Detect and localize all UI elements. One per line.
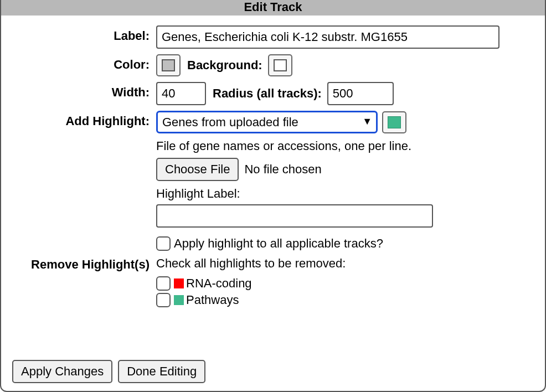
label-background: Background: — [187, 58, 262, 73]
apply-changes-button[interactable]: Apply Changes — [12, 360, 112, 383]
highlight-list: RNA-codingPathways — [156, 274, 534, 307]
highlight-remove-checkbox[interactable] — [156, 293, 171, 307]
highlight-color-swatch — [174, 278, 184, 288]
form-area: Label: Color: Background: — [12, 25, 534, 355]
label-radius: Radius (all tracks): — [213, 86, 322, 101]
choose-file-button[interactable]: Choose File — [156, 158, 239, 181]
highlight-label-label: Highlight Label: — [156, 187, 534, 201]
background-picker[interactable] — [268, 54, 292, 76]
panel-content: Label: Color: Background: — [1, 16, 545, 391]
done-editing-button[interactable]: Done Editing — [118, 360, 205, 383]
row-add-highlight: Add Highlight: Genes from uploaded file … — [12, 111, 534, 251]
label-label: Label: — [12, 25, 156, 43]
row-remove-highlights: Remove Highlight(s) Check all highlights… — [12, 256, 534, 307]
background-swatch — [274, 59, 287, 71]
highlight-item: RNA-coding — [156, 276, 534, 291]
radius-input[interactable] — [327, 82, 394, 105]
remove-instruction: Check all highlights to be removed: — [156, 256, 534, 271]
highlight-select[interactable]: Genes from uploaded file — [156, 111, 378, 133]
highlight-name: RNA-coding — [186, 276, 252, 291]
color-swatch — [162, 59, 175, 71]
highlight-item: Pathways — [156, 293, 534, 307]
highlight-remove-checkbox[interactable] — [156, 276, 171, 291]
highlight-select-wrap: Genes from uploaded file ▼ — [156, 111, 378, 133]
label-color: Color: — [12, 54, 156, 72]
panel-title: Edit Track — [1, 0, 545, 16]
button-row: Apply Changes Done Editing — [12, 360, 534, 383]
highlight-color-swatch — [174, 295, 184, 305]
apply-all-label: Apply highlight to all applicable tracks… — [174, 236, 383, 251]
highlight-label-input[interactable] — [156, 204, 433, 228]
apply-all-checkbox[interactable] — [156, 236, 171, 251]
highlight-swatch — [388, 116, 401, 128]
row-label: Label: — [12, 25, 534, 49]
color-picker[interactable] — [156, 54, 181, 76]
label-input[interactable] — [156, 25, 499, 49]
edit-track-panel: Edit Track Label: Color: Background: — [0, 0, 546, 392]
highlight-color-picker[interactable] — [382, 111, 406, 133]
label-width: Width: — [12, 82, 156, 100]
width-input[interactable] — [156, 82, 206, 105]
highlight-name: Pathways — [186, 293, 239, 307]
label-remove-highlights: Remove Highlight(s) — [12, 256, 156, 272]
file-helper-text: File of gene names or accessions, one pe… — [156, 139, 534, 153]
label-add-highlight: Add Highlight: — [12, 111, 156, 128]
row-color: Color: Background: — [12, 54, 534, 76]
file-status: No file chosen — [244, 162, 321, 177]
row-width: Width: Radius (all tracks): — [12, 82, 534, 105]
